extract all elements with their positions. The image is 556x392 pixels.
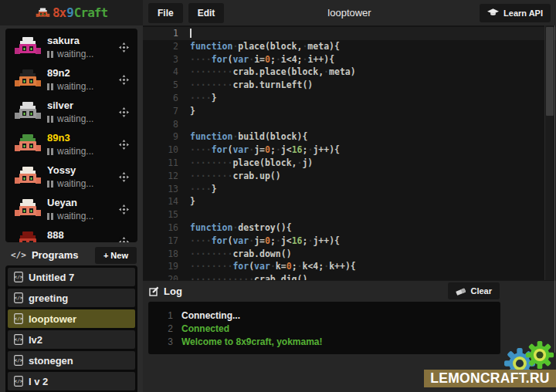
line-number: 13 bbox=[143, 183, 178, 196]
program-item[interactable]: </> l v 2 bbox=[8, 372, 135, 390]
menu-edit-button[interactable]: Edit bbox=[188, 3, 225, 23]
editor-scrollbar[interactable] bbox=[544, 25, 554, 280]
player-row[interactable]: 89n3 waiting... bbox=[5, 130, 137, 162]
code-line: 2function·place(block,·meta){ bbox=[143, 40, 556, 53]
program-file-icon: </> bbox=[14, 272, 23, 282]
log-line-number: 1 bbox=[148, 310, 173, 321]
crab-logo-icon bbox=[36, 8, 50, 19]
code-lines: 12function·place(block,·meta){3····for(v… bbox=[143, 25, 556, 280]
locate-player-button[interactable] bbox=[119, 204, 129, 218]
log-message: Connecting... bbox=[181, 310, 240, 321]
player-status: waiting... bbox=[47, 146, 93, 157]
line-number: 19 bbox=[143, 260, 178, 273]
player-row[interactable]: 888 waiting... bbox=[5, 227, 137, 242]
line-number: 8 bbox=[143, 118, 178, 131]
code-editor[interactable]: 12function·place(block,·meta){3····for(v… bbox=[143, 25, 556, 280]
clear-log-button[interactable]: Clear bbox=[448, 282, 500, 299]
line-number: 11 bbox=[143, 157, 178, 170]
locate-crosshair-icon bbox=[119, 140, 129, 150]
log-entry: 3 Welcome to 8x9craft, yokmama! bbox=[148, 335, 500, 348]
code-line: 13····} bbox=[143, 183, 556, 196]
locate-player-button[interactable] bbox=[119, 74, 129, 88]
locate-crosshair-icon bbox=[119, 237, 129, 242]
learn-api-label: Learn API bbox=[503, 8, 543, 18]
program-file-icon: </> bbox=[14, 334, 23, 345]
line-number: 7 bbox=[143, 105, 178, 118]
player-avatar bbox=[14, 36, 42, 60]
code-line: 10····for(var·j=0;·j<16;·j++){ bbox=[143, 144, 556, 157]
locate-player-button[interactable] bbox=[119, 139, 129, 153]
program-item[interactable]: </> Untitled 7 bbox=[8, 268, 135, 286]
code-brackets-icon: </> bbox=[11, 250, 26, 260]
code-line: 18········crab.down() bbox=[143, 248, 556, 261]
program-item[interactable]: </> looptower bbox=[8, 309, 135, 328]
player-row[interactable]: silver waiting... bbox=[5, 97, 137, 130]
logo-text-8x: 8x bbox=[53, 5, 66, 20]
log-entry: 2 Connected bbox=[148, 322, 500, 335]
crab-avatar-icon bbox=[14, 133, 42, 154]
program-item-label: looptower bbox=[29, 313, 76, 325]
locate-crosshair-icon bbox=[119, 75, 129, 85]
line-number: 12 bbox=[143, 170, 178, 183]
crab-avatar-icon bbox=[14, 166, 42, 187]
menu-file-button[interactable]: File bbox=[148, 3, 183, 23]
code-line: 11········place(block,·j) bbox=[143, 157, 556, 170]
log-message: Connected bbox=[181, 323, 229, 334]
pause-icon bbox=[47, 213, 53, 220]
player-name: Yossy bbox=[47, 164, 76, 176]
svg-text:</>: </> bbox=[15, 378, 23, 384]
code-line: 4········crab.place(block,·meta) bbox=[143, 66, 556, 79]
player-row[interactable]: 89n2 waiting... bbox=[5, 65, 137, 97]
code-line: 1 bbox=[143, 27, 556, 40]
player-row[interactable]: Yossy waiting... bbox=[5, 162, 137, 194]
code-line: 20············crab.dig() bbox=[143, 273, 556, 280]
log-entry: 1 Connecting... bbox=[148, 309, 500, 322]
player-avatar bbox=[14, 198, 42, 222]
locate-player-button[interactable] bbox=[119, 236, 129, 242]
program-item[interactable]: </> stonegen bbox=[8, 351, 135, 370]
line-number: 6 bbox=[143, 92, 178, 105]
program-item[interactable]: </> greeting bbox=[8, 289, 135, 307]
watermark-banner: LEMONCRAFT.RU bbox=[424, 370, 556, 387]
locate-player-button[interactable] bbox=[119, 171, 129, 185]
line-number: 17 bbox=[143, 235, 178, 248]
program-item[interactable]: </> lv2 bbox=[8, 330, 135, 349]
window-edge-line bbox=[554, 25, 555, 353]
locate-crosshair-icon bbox=[119, 172, 129, 182]
line-number: 20 bbox=[143, 273, 178, 280]
logo-text-craft: Craft bbox=[74, 5, 107, 20]
player-status: waiting... bbox=[47, 49, 93, 59]
svg-text:</>: </> bbox=[15, 316, 23, 321]
edit-log-icon bbox=[149, 286, 159, 296]
svg-text:</>: </> bbox=[15, 336, 23, 342]
top-menubar: 8x 9 Craft looptower File Edit Learn API bbox=[0, 0, 556, 25]
svg-text:</>: </> bbox=[15, 357, 23, 363]
line-number: 14 bbox=[143, 195, 178, 208]
text-cursor bbox=[190, 29, 192, 38]
line-number: 1 bbox=[143, 27, 178, 40]
player-avatar bbox=[14, 69, 42, 93]
log-list: 1 Connecting...2 Connected3 Welcome to 8… bbox=[148, 302, 500, 354]
player-name: silver bbox=[47, 100, 73, 111]
locate-player-button[interactable] bbox=[119, 42, 129, 56]
player-avatar bbox=[14, 166, 42, 190]
player-status: waiting... bbox=[47, 113, 93, 124]
line-number: 15 bbox=[143, 208, 178, 221]
locate-player-button[interactable] bbox=[119, 106, 129, 120]
code-line: 15 bbox=[143, 208, 556, 221]
line-number: 5 bbox=[143, 79, 178, 92]
pause-icon bbox=[47, 148, 53, 155]
locate-crosshair-icon bbox=[119, 42, 129, 52]
program-item-label: Untitled 7 bbox=[29, 272, 74, 283]
player-row[interactable]: Ueyan waiting... bbox=[5, 194, 137, 227]
new-program-button[interactable]: + New bbox=[95, 247, 137, 264]
svg-text:</>: </> bbox=[15, 295, 23, 300]
locate-crosshair-icon bbox=[119, 204, 129, 215]
editor-scrollbar-thumb[interactable] bbox=[546, 27, 554, 116]
player-name: 89n3 bbox=[47, 132, 70, 144]
line-number: 9 bbox=[143, 130, 178, 144]
pause-icon bbox=[47, 116, 53, 123]
pause-icon bbox=[47, 51, 53, 58]
learn-api-button[interactable]: Learn API bbox=[480, 4, 551, 22]
player-row[interactable]: sakura waiting... bbox=[5, 32, 137, 65]
